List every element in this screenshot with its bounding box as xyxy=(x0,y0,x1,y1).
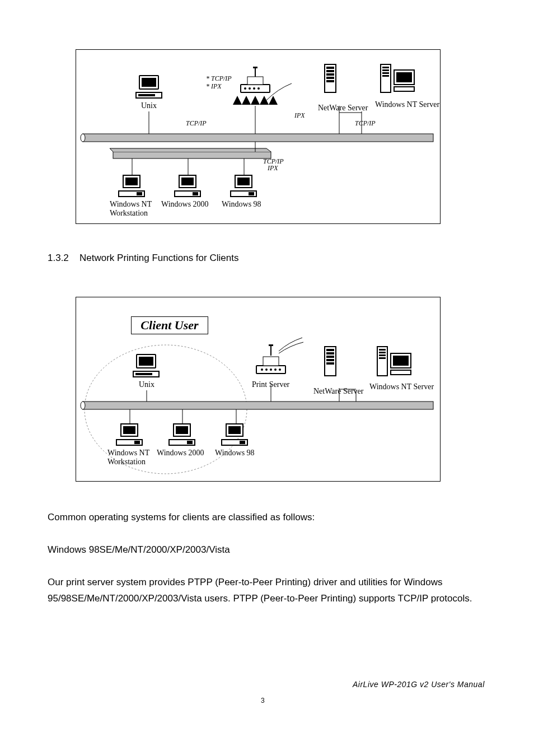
svg-rect-86 xyxy=(379,349,386,351)
d1-unix-label: Unix xyxy=(141,101,157,110)
client-user-box: Client User xyxy=(131,316,208,334)
svg-rect-96 xyxy=(134,441,140,444)
nt-server-icon xyxy=(378,62,419,96)
d2-workstation-2000-icon xyxy=(168,423,199,447)
svg-rect-104 xyxy=(240,441,245,444)
svg-point-75 xyxy=(270,368,272,371)
d2-ps-label: Print Server xyxy=(252,380,289,389)
svg-rect-56 xyxy=(83,402,433,409)
svg-rect-82 xyxy=(326,356,334,358)
d2-unix-label: Unix xyxy=(139,380,154,389)
svg-rect-31 xyxy=(326,70,334,72)
svg-point-73 xyxy=(261,368,263,371)
svg-marker-14 xyxy=(251,96,260,105)
svg-rect-83 xyxy=(326,359,334,361)
d2-workstation-98-icon xyxy=(221,423,252,447)
svg-rect-44 xyxy=(125,178,138,185)
d1-wsnt-l1: Windows NT xyxy=(110,200,152,209)
svg-rect-32 xyxy=(326,73,334,76)
svg-rect-36 xyxy=(382,67,389,68)
svg-marker-15 xyxy=(260,96,269,105)
section-title: Network Printing Functions for Clients xyxy=(79,253,238,264)
d2-netware-label: NetWare Server xyxy=(313,387,363,396)
svg-rect-22 xyxy=(253,67,257,68)
svg-rect-67 xyxy=(139,357,153,366)
svg-rect-102 xyxy=(228,426,241,434)
d2-ws2000: Windows 2000 xyxy=(157,449,204,458)
svg-rect-69 xyxy=(135,373,152,375)
svg-marker-13 xyxy=(242,96,251,105)
svg-point-57 xyxy=(81,402,85,409)
svg-rect-89 xyxy=(379,357,386,359)
svg-rect-28 xyxy=(247,77,263,85)
d1-ws2000: Windows 2000 xyxy=(161,200,209,209)
svg-point-25 xyxy=(249,87,251,90)
svg-rect-92 xyxy=(391,370,411,375)
svg-point-1 xyxy=(81,134,85,142)
svg-rect-88 xyxy=(379,354,386,356)
svg-rect-41 xyxy=(396,72,412,82)
d2-print-server-icon xyxy=(253,343,289,376)
page: Unix * TCP/IP * IPX TCP/IP IPX TCP/IP Ne… xyxy=(0,0,534,756)
svg-rect-50 xyxy=(193,192,198,195)
d1-overlay-l2: IPX xyxy=(268,164,278,172)
netware-server-icon xyxy=(322,62,356,96)
para-2: Windows 98SE/Me/NT/2000/XP/2003/Vista xyxy=(48,542,479,558)
section-num: 1.3.2 xyxy=(48,253,69,264)
d1-tcpip2: TCP/IP xyxy=(355,119,376,128)
d2-unix-computer-icon xyxy=(132,353,160,378)
svg-rect-0 xyxy=(83,134,433,142)
para-3: Our print server system provides PTPP (P… xyxy=(48,575,484,607)
svg-point-77 xyxy=(279,368,281,371)
svg-rect-2 xyxy=(113,152,271,158)
svg-rect-98 xyxy=(176,426,188,434)
svg-rect-46 xyxy=(137,192,142,195)
diagram-2-frame: Client User xyxy=(76,297,441,482)
svg-rect-84 xyxy=(326,362,334,365)
svg-point-27 xyxy=(257,87,260,90)
svg-rect-34 xyxy=(326,80,334,82)
svg-rect-35 xyxy=(381,64,391,92)
svg-rect-38 xyxy=(382,72,389,74)
svg-rect-80 xyxy=(326,349,334,351)
d1-ipx: IPX xyxy=(294,111,305,120)
d2-netware-server-icon xyxy=(322,344,356,379)
svg-rect-87 xyxy=(379,352,386,353)
d1-proto-l2: * IPX xyxy=(206,82,222,91)
d2-ntserver-label: Windows NT Server xyxy=(369,382,434,391)
svg-point-74 xyxy=(265,368,268,371)
svg-rect-18 xyxy=(142,78,156,87)
footer-text: AirLive WP-201G v2 User's Manual xyxy=(353,680,485,689)
svg-rect-54 xyxy=(249,192,254,195)
svg-rect-100 xyxy=(187,441,193,444)
workstation-2000-icon xyxy=(174,174,205,199)
svg-marker-12 xyxy=(233,96,242,105)
diagram-1-frame: Unix * TCP/IP * IPX TCP/IP IPX TCP/IP Ne… xyxy=(76,49,441,224)
d1-netware: NetWare Server xyxy=(318,104,368,113)
svg-rect-78 xyxy=(263,357,279,366)
svg-rect-94 xyxy=(123,426,135,434)
svg-rect-91 xyxy=(393,356,409,366)
svg-rect-39 xyxy=(382,75,389,77)
svg-rect-33 xyxy=(326,77,334,79)
unix-computer-icon xyxy=(135,74,163,99)
para-1: Common operating systems for clients are… xyxy=(48,510,479,526)
svg-rect-81 xyxy=(326,352,334,354)
print-server-icon xyxy=(237,66,273,94)
svg-point-26 xyxy=(253,87,255,90)
page-number: 3 xyxy=(261,697,265,704)
d1-wsnt-l2: Workstation xyxy=(110,209,148,218)
d2-ws98: Windows 98 xyxy=(215,449,255,458)
svg-rect-37 xyxy=(382,69,389,71)
svg-point-24 xyxy=(244,87,246,90)
svg-point-76 xyxy=(274,368,277,371)
svg-rect-42 xyxy=(394,87,414,91)
svg-rect-20 xyxy=(138,94,155,96)
d2-wsnt-l1: Windows NT xyxy=(107,449,149,458)
d2-wsnt-l2: Workstation xyxy=(107,458,146,466)
svg-rect-30 xyxy=(326,67,334,69)
d1-ntserver: Windows NT Server xyxy=(375,100,439,109)
d2-nt-server-icon xyxy=(375,344,415,379)
workstation-98-icon xyxy=(229,174,261,199)
d2-workstation-nt-icon xyxy=(115,423,147,447)
